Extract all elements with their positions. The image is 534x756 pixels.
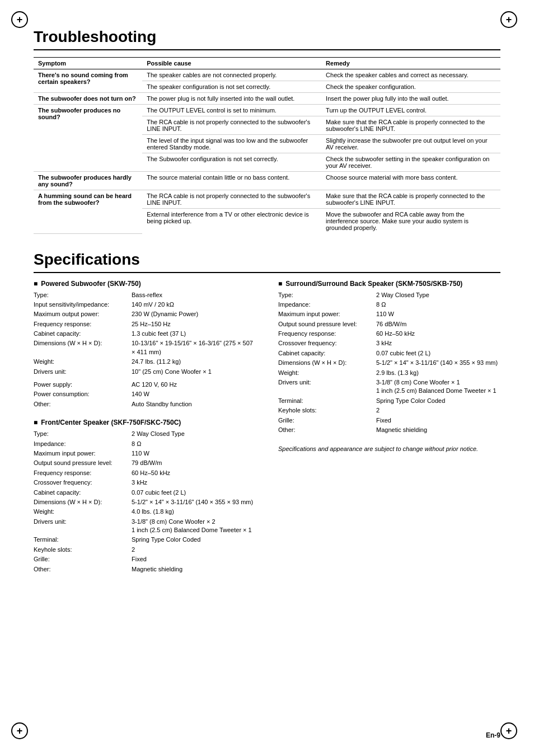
specs-value: 8 Ω (132, 440, 256, 448)
specs-row: Weight:2.9 lbs. (1.3 kg) (278, 369, 500, 377)
subwoofer-title: Powered Subwoofer (SKW-750) (34, 280, 256, 288)
specs-label: Frequency response: (34, 469, 132, 477)
specs-row: Type:Bass-reflex (34, 291, 256, 299)
page: Troubleshooting Symptom Possible cause R… (0, 0, 534, 756)
specs-label: Maximum output power: (34, 310, 132, 318)
remedy-cell: Turn up the OUTPUT LEVEL control. (321, 105, 500, 116)
specs-label: Other: (34, 400, 132, 408)
troubleshooting-divider (34, 49, 500, 50)
specs-value: AC 120 V, 60 Hz (132, 381, 256, 389)
specs-value: 2.9 lbs. (1.3 kg) (376, 369, 500, 377)
cause-cell: The level of the input signal was too lo… (142, 135, 321, 153)
remedy-cell: Insert the power plug fully into the wal… (321, 93, 500, 105)
specs-label: Cabinet capacity: (34, 330, 132, 338)
specs-value: 2 (376, 406, 500, 415)
cause-cell: External interference from a TV or other… (142, 209, 321, 234)
specs-label: Impedance: (34, 440, 132, 448)
specs-value: Spring Type Color Coded (132, 536, 256, 544)
specs-value: 230 W (Dynamic Power) (132, 310, 256, 318)
specs-value: 60 Hz–50 kHz (132, 469, 256, 477)
cause-cell: The power plug is not fully inserted int… (142, 93, 321, 105)
specs-row: Type:2 Way Closed Type (34, 430, 256, 438)
specs-row: Weight:4.0 lbs. (1.8 kg) (34, 508, 256, 516)
specs-row: Crossover frequency:3 kHz (34, 478, 256, 487)
specifications-divider (34, 272, 500, 273)
specs-value: 5-1/2" × 14" × 3-11/16" (140 × 355 × 93 … (132, 498, 256, 506)
specs-row: Drivers unit:3-1/8" (8 cm) Cone Woofer ×… (34, 518, 256, 535)
specs-row: Power consumption:140 W (34, 390, 256, 398)
specs-value: 2 Way Closed Type (376, 291, 500, 299)
specs-label: Drivers unit: (34, 368, 132, 376)
specs-row: Impedance:8 Ω (34, 440, 256, 448)
remedy-cell: Check the speaker configuration. (321, 81, 500, 93)
remedy-cell: Make sure that the RCA cable is properly… (321, 116, 500, 135)
col-cause: Possible cause (142, 58, 321, 69)
specs-label: Terminal: (278, 397, 376, 405)
specs-label: Crossover frequency: (34, 478, 132, 487)
corner-tl (11, 11, 34, 34)
corner-bl (11, 722, 34, 745)
specs-row: Frequency response:60 Hz–50 kHz (278, 330, 500, 338)
specs-row: Type:2 Way Closed Type (278, 291, 500, 299)
symptom-cell: The subwoofer does not turn on? (34, 93, 142, 105)
specs-row: Dimensions (W × H × D):5-1/2" × 14" × 3-… (34, 498, 256, 506)
symptom-cell: The subwoofer produces hardly any sound? (34, 172, 142, 190)
specs-value: 140 W (132, 390, 256, 398)
specs-label: Output sound pressure level: (34, 459, 132, 467)
specs-row: Cabinet capacity:0.07 cubic feet (2 L) (278, 349, 500, 358)
specs-value: 10" (25 cm) Cone Woofer × 1 (132, 368, 256, 376)
remedy-cell: Move the subwoofer and RCA cable away fr… (321, 209, 500, 234)
specs-row: Keyhole slots:2 (34, 546, 256, 554)
specs-value: Fixed (132, 555, 256, 564)
specs-value: 1.3 cubic feet (37 L) (132, 330, 256, 338)
cause-cell: The source material contain little or no… (142, 172, 321, 190)
specs-label: Crossover frequency: (278, 339, 376, 348)
specs-value: 25 Hz–150 Hz (132, 320, 256, 328)
specs-note: Specifications and appearance are subjec… (278, 445, 500, 452)
specs-row: Terminal:Spring Type Color Coded (278, 397, 500, 405)
troubleshooting-table: Symptom Possible cause Remedy There's no… (34, 57, 500, 234)
specs-label: Maximum input power: (278, 310, 376, 318)
specs-value: Fixed (376, 416, 500, 425)
specs-row: Impedance:8 Ω (278, 300, 500, 309)
specifications-section: Specifications Powered Subwoofer (SKW-75… (34, 251, 500, 575)
specs-row: Maximum output power:230 W (Dynamic Powe… (34, 310, 256, 318)
front-center-title: Front/Center Speaker (SKF-750F/SKC-750C) (34, 419, 256, 426)
specs-label: Cabinet capacity: (278, 349, 376, 358)
specs-label: Input sensitivity/impedance: (34, 300, 132, 309)
specs-row: Other:Auto Standby function (34, 400, 256, 408)
specs-label: Type: (34, 291, 132, 299)
specs-columns: Powered Subwoofer (SKW-750) Type:Bass-re… (34, 280, 500, 575)
subwoofer-specs: Type:Bass-reflexInput sensitivity/impeda… (34, 291, 256, 409)
specs-value: Bass-reflex (132, 291, 256, 299)
specs-label: Dimensions (W × H × D): (34, 498, 132, 506)
table-row: The subwoofer produces hardly any sound?… (34, 172, 500, 190)
table-row: A humming sound can be heard from the su… (34, 190, 500, 209)
specs-row: Dimensions (W × H × D):5-1/2" × 14" × 3-… (278, 359, 500, 367)
specs-label: Dimensions (W × H × D): (34, 339, 132, 356)
specs-row: Input sensitivity/impedance:140 mV / 20 … (34, 300, 256, 309)
specs-row: Drivers unit:10" (25 cm) Cone Woofer × 1 (34, 368, 256, 376)
specs-row: Power supply:AC 120 V, 60 Hz (34, 381, 256, 389)
specs-label: Power consumption: (34, 390, 132, 398)
specs-value: 3-1/8" (8 cm) Cone Woofer × 1 1 inch (2.… (376, 378, 500, 396)
specs-label: Grille: (278, 416, 376, 425)
specs-row: Grille:Fixed (34, 555, 256, 564)
cause-cell: The Subwoofer configuration is not set c… (142, 153, 321, 172)
specs-row: Other:Magnetic shielding (34, 565, 256, 574)
specs-value: 5-1/2" × 14" × 3-11/16" (140 × 355 × 93 … (376, 359, 500, 367)
page-number: En-9 (486, 731, 500, 739)
specs-label: Other: (34, 565, 132, 574)
corner-circle-tr (500, 11, 517, 28)
specifications-title: Specifications (34, 251, 500, 269)
remedy-cell: Make sure that the RCA cable is properly… (321, 190, 500, 209)
remedy-cell: Check the subwoofer setting in the speak… (321, 153, 500, 172)
specs-row: Weight:24.7 lbs. (11.2 kg) (34, 358, 256, 366)
specs-label: Output sound pressure level: (278, 320, 376, 328)
table-row: The subwoofer produces no sound?The OUTP… (34, 105, 500, 116)
specs-label: Weight: (34, 508, 132, 516)
remedy-cell: Choose source material with more bass co… (321, 172, 500, 190)
specs-label: Terminal: (34, 536, 132, 544)
specs-row: Frequency response:25 Hz–150 Hz (34, 320, 256, 328)
table-row: The subwoofer does not turn on?The power… (34, 93, 500, 105)
